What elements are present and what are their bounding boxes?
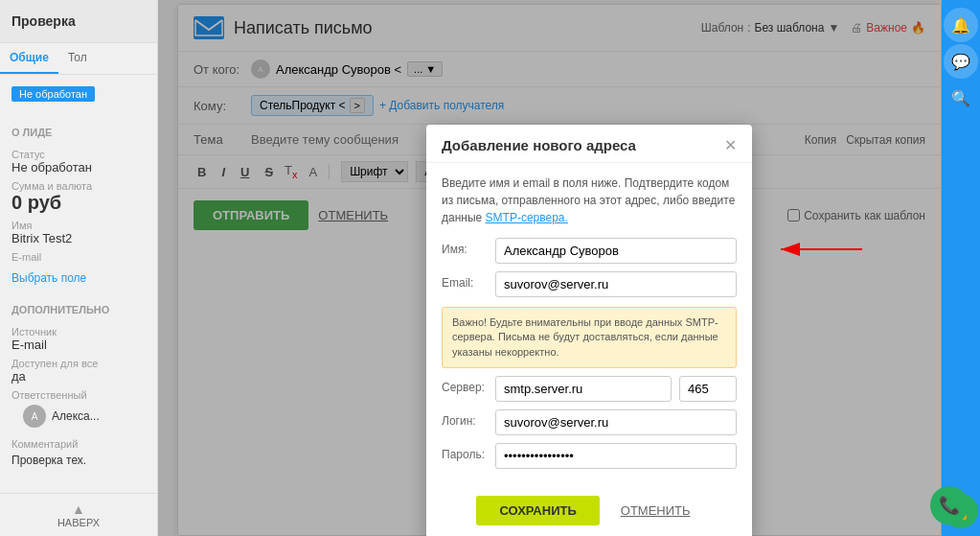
responsible-field: Ответственный А Алекса... bbox=[0, 386, 157, 434]
status-field: Статус Не обработан bbox=[0, 146, 157, 177]
warning-box: Важно! Будьте внимательны при вводе данн… bbox=[442, 307, 737, 368]
comment-label: Комментарий bbox=[0, 434, 157, 454]
server-field-row: Сервер: bbox=[442, 376, 737, 402]
name-field-row: Имя: bbox=[442, 238, 737, 264]
responsible-avatar: А bbox=[23, 405, 46, 428]
select-field[interactable]: Выбрать поле bbox=[11, 271, 146, 285]
tab-general[interactable]: Общие bbox=[0, 43, 58, 74]
add-address-modal: Добавление нового адреса ✕ Введите имя и… bbox=[426, 125, 752, 536]
password-input[interactable] bbox=[495, 443, 737, 469]
modal-body: Введите имя и email в поля ниже. Подтвер… bbox=[426, 163, 752, 488]
sidebar-title: Проверка bbox=[0, 0, 157, 43]
name-field: Имя Bitrix Test2 bbox=[0, 217, 157, 248]
name-input[interactable] bbox=[495, 238, 737, 264]
modal-header: Добавление нового адреса ✕ bbox=[426, 125, 752, 163]
available-field: Доступен для все да bbox=[0, 355, 157, 386]
email-input[interactable] bbox=[495, 271, 737, 297]
smtp-link[interactable]: SMTP-сервера. bbox=[486, 211, 568, 224]
port-input[interactable] bbox=[679, 376, 737, 402]
section-additional: ДОПОЛНИТЕЛЬНО bbox=[0, 296, 157, 323]
password-field-row: Пароль: bbox=[442, 443, 737, 469]
chat-icon-button[interactable]: 💬 bbox=[944, 44, 978, 79]
bell-icon-button[interactable]: 🔔 bbox=[944, 8, 978, 42]
phone-button[interactable]: 📞 bbox=[930, 486, 969, 524]
modal-description: Введите имя и email в поля ниже. Подтвер… bbox=[442, 175, 737, 226]
email-field: E-mail bbox=[0, 248, 157, 266]
source-field: Источник E-mail bbox=[0, 323, 157, 355]
red-arrow-annotation bbox=[771, 235, 867, 267]
search-icon-button[interactable]: 🔍 bbox=[944, 81, 978, 115]
email-field-row: Email: bbox=[442, 271, 737, 297]
right-sidebar: 🔔 💬 🔍 🔒 bbox=[942, 0, 980, 536]
up-button[interactable]: ▲ НАВЕРХ bbox=[11, 501, 146, 528]
login-field-row: Логин: bbox=[442, 409, 737, 435]
modal-close-button[interactable]: ✕ bbox=[724, 136, 737, 154]
main-content: Написать письмо Шаблон: Без шаблона ▼ 🖨 … bbox=[158, 0, 942, 536]
app-wrapper: Проверка Общие Тол Не обработан О ЛИДЕ С… bbox=[0, 0, 980, 536]
cancel-modal-button[interactable]: ОТМЕНИТЬ bbox=[609, 496, 702, 525]
tab-timeline[interactable]: Тол bbox=[58, 43, 97, 74]
status-badge: Не обработан bbox=[11, 86, 95, 102]
server-input[interactable] bbox=[495, 376, 672, 402]
comment-value: Проверка тех. bbox=[0, 454, 157, 471]
login-input[interactable] bbox=[495, 409, 737, 435]
sidebar-tabs: Общие Тол bbox=[0, 43, 157, 75]
section-about: О ЛИДЕ bbox=[0, 119, 157, 146]
left-sidebar: Проверка Общие Тол Не обработан О ЛИДЕ С… bbox=[0, 0, 158, 536]
amount-field: Сумма и валюта 0 руб bbox=[0, 177, 157, 217]
save-button[interactable]: СОХРАНИТЬ bbox=[476, 496, 599, 525]
sidebar-bottom: ▲ НАВЕРХ bbox=[0, 493, 157, 536]
modal-title: Добавление нового адреса bbox=[442, 137, 636, 153]
modal-actions: СОХРАНИТЬ ОТМЕНИТЬ bbox=[426, 488, 752, 525]
